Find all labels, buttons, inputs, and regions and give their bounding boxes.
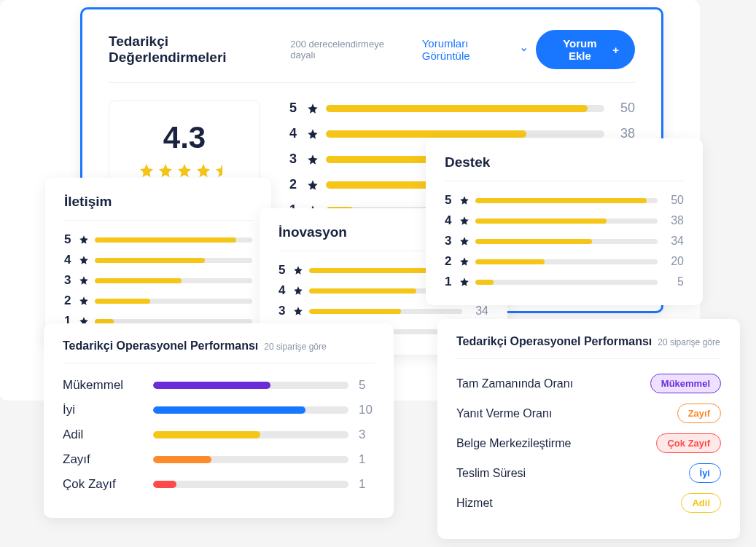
- status-badge: İyi: [689, 463, 721, 483]
- perf-count: 5: [359, 378, 375, 393]
- metric-label: Tam Zamanında Oranı: [456, 377, 573, 390]
- badge-row: Tam Zamanında Oranı Mükemmel: [456, 374, 721, 393]
- dist-level: 5: [64, 232, 73, 247]
- star-icon: [307, 103, 319, 114]
- bar-fill: [95, 258, 205, 263]
- bar-fill: [95, 299, 150, 304]
- bar-track: [153, 406, 348, 414]
- chevron-down-icon: [520, 45, 529, 54]
- bar-fill: [95, 237, 236, 243]
- perf-label: İyi: [63, 403, 143, 417]
- perf-label: Adil: [63, 428, 143, 442]
- dist-level: 4: [64, 253, 73, 267]
- dist-count: 20: [663, 255, 684, 268]
- dist-count: 34: [663, 235, 684, 248]
- dist-level: 5: [278, 263, 287, 278]
- bar-track: [95, 237, 252, 243]
- operational-performance-badges-card: Tedarikçi Operasyonel Performansı 20 sip…: [437, 319, 740, 539]
- bar-track: [326, 105, 604, 112]
- bar-fill: [153, 406, 305, 414]
- dist-level: 4: [278, 283, 287, 298]
- star-icon: [195, 162, 211, 178]
- dist-count: 34: [468, 304, 488, 318]
- status-badge: Zayıf: [677, 404, 721, 423]
- view-comments-label: Yorumları Görüntüle: [422, 37, 515, 62]
- dist-level: 5: [289, 101, 300, 116]
- add-comment-button[interactable]: Yorum Ekle +: [536, 30, 635, 69]
- star-half-icon: [214, 162, 230, 178]
- metric-label: Teslim Süresi: [456, 467, 526, 480]
- bar-fill: [475, 219, 607, 224]
- star-icon: [307, 128, 319, 140]
- dist-count: 50: [612, 101, 635, 116]
- perf-count: 1: [359, 452, 375, 467]
- bar-fill: [475, 239, 592, 244]
- card-title: Destek: [445, 154, 684, 181]
- star-icon: [307, 154, 319, 165]
- status-badge: Mükemmel: [650, 374, 721, 393]
- rating-distribution: 5 4 3 2 1: [64, 232, 252, 328]
- dist-row: 5 50: [445, 193, 684, 208]
- metric-label: Belge Merkezileştirme: [456, 437, 571, 450]
- card-title: Tedarikçi Operasyonel Performansı: [456, 335, 652, 348]
- perf-row: Mükemmel 5: [63, 378, 375, 393]
- card-title: Tedarikçi Operasyonel Performansı: [63, 339, 258, 353]
- card-subtitle: 20 siparişe göre: [658, 337, 720, 347]
- dist-level: 5: [445, 193, 453, 208]
- star-icon: [459, 236, 469, 246]
- perf-row: Adil 3: [63, 428, 375, 442]
- view-comments-link[interactable]: Yorumları Görüntüle: [422, 37, 529, 62]
- dist-level: 1: [445, 275, 453, 289]
- bar-track: [475, 219, 658, 224]
- dist-row: 4: [64, 253, 252, 267]
- bar-track: [95, 258, 252, 263]
- perf-count: 10: [359, 403, 375, 417]
- dist-level: 2: [445, 254, 453, 269]
- status-badge: Çok Zayıf: [656, 433, 721, 453]
- dist-count: 5: [663, 275, 684, 288]
- star-icon: [293, 265, 303, 275]
- bar-track: [95, 299, 252, 304]
- bar-track: [95, 278, 252, 283]
- destek-card: Destek 5 50 4 38 3 34 2 20 1 5: [426, 138, 703, 305]
- dist-level: 3: [278, 304, 287, 318]
- bar-track: [326, 130, 604, 138]
- dist-row: 3: [64, 273, 252, 288]
- metric-label: Hizmet: [456, 497, 493, 510]
- star-icon: [139, 162, 155, 178]
- bar-fill: [309, 288, 416, 294]
- badge-row: Teslim Süresi İyi: [456, 463, 721, 483]
- plus-icon: +: [612, 44, 619, 56]
- badge-row: Yanıt Verme Oranı Zayıf: [456, 404, 721, 423]
- bar-fill: [326, 105, 588, 112]
- operational-performance-bars-card: Tedarikçi Operasyonel Performansı 20 sip…: [44, 323, 394, 518]
- star-icon: [79, 296, 89, 306]
- dist-level: 4: [445, 213, 453, 228]
- rating-distribution: 5 50 4 38 3 34 2 20 1 5: [445, 193, 684, 289]
- dist-count: 38: [663, 214, 684, 227]
- dist-level: 4: [289, 126, 300, 141]
- bar-fill: [153, 382, 270, 389]
- dist-level: 3: [64, 273, 73, 288]
- badge-row: Belge Merkezileştirme Çok Zayıf: [456, 433, 721, 453]
- dist-level: 2: [64, 294, 73, 308]
- bar-track: [153, 481, 348, 488]
- bar-fill: [475, 198, 647, 203]
- perf-label: Zayıf: [63, 452, 143, 467]
- bar-fill: [153, 431, 260, 438]
- star-icon: [459, 256, 469, 267]
- dist-row: 3 34: [445, 234, 684, 248]
- dist-row: 4 38: [445, 213, 684, 228]
- star-icon: [307, 179, 319, 191]
- star-icon: [79, 275, 89, 286]
- perf-row: Zayıf 1: [63, 452, 375, 467]
- bar-track: [309, 309, 462, 314]
- bar-track: [153, 382, 348, 389]
- perf-row: İyi 10: [63, 403, 375, 417]
- bar-track: [475, 259, 658, 264]
- dist-level: 3: [445, 234, 453, 248]
- dist-row: 2 20: [445, 254, 684, 269]
- bar-track: [153, 456, 348, 463]
- dist-row: 2: [64, 294, 252, 308]
- card-subtitle: 20 siparişe göre: [264, 342, 326, 352]
